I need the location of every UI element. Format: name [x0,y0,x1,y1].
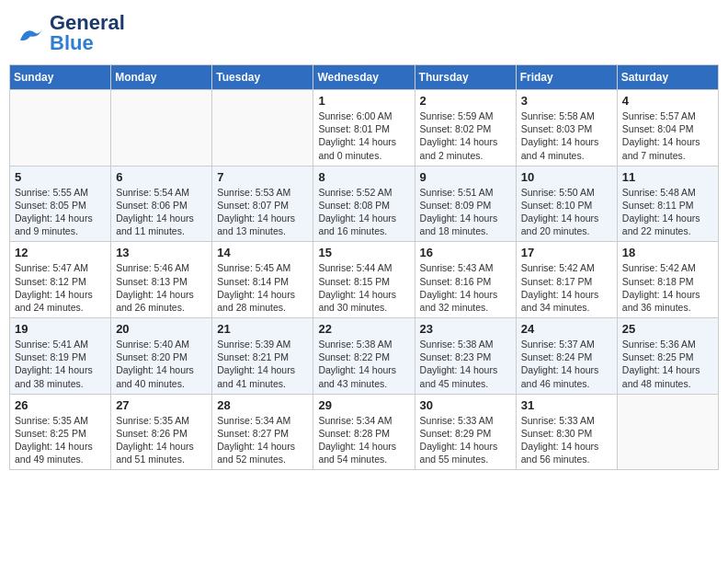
day-number: 3 [521,94,612,108]
calendar-cell: 9Sunrise: 5:51 AMSunset: 8:09 PMDaylight… [415,166,516,242]
calendar-cell: 28Sunrise: 5:34 AMSunset: 8:27 PMDayligh… [212,394,313,470]
day-number: 11 [622,170,713,184]
day-info: Sunrise: 5:59 AMSunset: 8:02 PMDaylight:… [420,109,511,162]
day-info: Sunrise: 6:00 AMSunset: 8:01 PMDaylight:… [318,109,409,162]
day-info: Sunrise: 5:33 AMSunset: 8:30 PMDaylight:… [521,414,612,466]
day-number: 7 [217,170,308,184]
calendar-cell: 29Sunrise: 5:34 AMSunset: 8:28 PMDayligh… [313,394,415,470]
day-info: Sunrise: 5:42 AMSunset: 8:18 PMDaylight:… [622,261,713,314]
calendar-cell: 5Sunrise: 5:55 AMSunset: 8:05 PMDaylight… [10,166,111,242]
day-number: 2 [420,94,511,108]
weekday-header-thursday: Thursday [415,65,516,90]
calendar-cell: 23Sunrise: 5:38 AMSunset: 8:23 PMDayligh… [415,318,516,395]
weekday-header-monday: Monday [111,65,212,90]
day-number: 20 [116,322,207,336]
day-number: 6 [116,170,207,184]
day-info: Sunrise: 5:52 AMSunset: 8:08 PMDaylight:… [318,186,409,238]
calendar-cell: 16Sunrise: 5:43 AMSunset: 8:16 PMDayligh… [415,242,516,318]
day-number: 5 [15,170,106,184]
day-info: Sunrise: 5:55 AMSunset: 8:05 PMDaylight:… [15,186,106,238]
day-info: Sunrise: 5:38 AMSunset: 8:22 PMDaylight:… [318,338,409,390]
day-number: 31 [521,398,612,412]
calendar-cell: 3Sunrise: 5:58 AMSunset: 8:03 PMDaylight… [516,90,617,167]
calendar-cell: 10Sunrise: 5:50 AMSunset: 8:10 PMDayligh… [516,166,617,242]
calendar-cell: 17Sunrise: 5:42 AMSunset: 8:17 PMDayligh… [516,242,617,318]
day-info: Sunrise: 5:34 AMSunset: 8:28 PMDaylight:… [318,414,409,466]
day-info: Sunrise: 5:44 AMSunset: 8:15 PMDaylight:… [318,261,409,314]
calendar-cell: 19Sunrise: 5:41 AMSunset: 8:19 PMDayligh… [10,318,111,395]
day-number: 21 [217,322,308,336]
calendar-cell: 18Sunrise: 5:42 AMSunset: 8:18 PMDayligh… [617,242,718,318]
day-number: 8 [318,170,409,184]
day-number: 19 [15,322,106,336]
weekday-header-sunday: Sunday [10,65,111,90]
logo-bird-icon [17,19,44,47]
calendar-cell: 11Sunrise: 5:48 AMSunset: 8:11 PMDayligh… [617,166,718,242]
calendar-cell: 15Sunrise: 5:44 AMSunset: 8:15 PMDayligh… [313,242,415,318]
calendar-week-row: 5Sunrise: 5:55 AMSunset: 8:05 PMDaylight… [10,166,719,242]
weekday-header-friday: Friday [516,65,617,90]
day-info: Sunrise: 5:58 AMSunset: 8:03 PMDaylight:… [521,109,612,162]
day-number: 15 [318,246,409,259]
day-number: 12 [15,246,106,259]
day-info: Sunrise: 5:46 AMSunset: 8:13 PMDaylight:… [116,261,207,314]
day-info: Sunrise: 5:40 AMSunset: 8:20 PMDaylight:… [116,338,207,390]
day-number: 24 [521,322,612,336]
day-info: Sunrise: 5:41 AMSunset: 8:19 PMDaylight:… [15,338,106,390]
day-number: 17 [521,246,612,259]
calendar-cell: 24Sunrise: 5:37 AMSunset: 8:24 PMDayligh… [516,318,617,395]
day-info: Sunrise: 5:43 AMSunset: 8:16 PMDaylight:… [420,261,511,314]
calendar-cell: 6Sunrise: 5:54 AMSunset: 8:06 PMDaylight… [111,166,212,242]
day-info: Sunrise: 5:39 AMSunset: 8:21 PMDaylight:… [217,338,308,390]
weekday-header-tuesday: Tuesday [212,65,313,90]
day-info: Sunrise: 5:36 AMSunset: 8:25 PMDaylight:… [622,338,713,390]
calendar-cell: 8Sunrise: 5:52 AMSunset: 8:08 PMDaylight… [313,166,415,242]
day-info: Sunrise: 5:50 AMSunset: 8:10 PMDaylight:… [521,186,612,238]
day-number: 9 [420,170,511,184]
calendar-cell: 4Sunrise: 5:57 AMSunset: 8:04 PMDaylight… [617,90,718,167]
day-info: Sunrise: 5:54 AMSunset: 8:06 PMDaylight:… [116,186,207,238]
day-info: Sunrise: 5:48 AMSunset: 8:11 PMDaylight:… [622,186,713,238]
day-info: Sunrise: 5:34 AMSunset: 8:27 PMDaylight:… [217,414,308,466]
day-number: 26 [15,398,106,412]
day-number: 18 [622,246,713,259]
day-number: 25 [622,322,713,336]
calendar-table: SundayMondayTuesdayWednesdayThursdayFrid… [9,64,719,470]
calendar-cell: 26Sunrise: 5:35 AMSunset: 8:25 PMDayligh… [10,394,111,470]
day-number: 27 [116,398,207,412]
day-number: 1 [318,94,409,108]
day-info: Sunrise: 5:38 AMSunset: 8:23 PMDaylight:… [420,338,511,390]
calendar-cell [111,90,212,167]
calendar-week-row: 1Sunrise: 6:00 AMSunset: 8:01 PMDaylight… [10,90,719,167]
day-info: Sunrise: 5:47 AMSunset: 8:12 PMDaylight:… [15,261,106,314]
calendar-cell: 22Sunrise: 5:38 AMSunset: 8:22 PMDayligh… [313,318,415,395]
weekday-header-row: SundayMondayTuesdayWednesdayThursdayFrid… [10,65,719,90]
calendar-cell [617,394,718,470]
calendar-cell: 27Sunrise: 5:35 AMSunset: 8:26 PMDayligh… [111,394,212,470]
calendar-week-row: 19Sunrise: 5:41 AMSunset: 8:19 PMDayligh… [10,318,719,395]
calendar-cell: 7Sunrise: 5:53 AMSunset: 8:07 PMDaylight… [212,166,313,242]
weekday-header-saturday: Saturday [617,65,718,90]
header: GeneralBlue [9,9,719,57]
calendar-cell: 31Sunrise: 5:33 AMSunset: 8:30 PMDayligh… [516,394,617,470]
calendar-cell: 21Sunrise: 5:39 AMSunset: 8:21 PMDayligh… [212,318,313,395]
day-info: Sunrise: 5:35 AMSunset: 8:26 PMDaylight:… [116,414,207,466]
calendar-week-row: 12Sunrise: 5:47 AMSunset: 8:12 PMDayligh… [10,242,719,318]
calendar-week-row: 26Sunrise: 5:35 AMSunset: 8:25 PMDayligh… [10,394,719,470]
day-info: Sunrise: 5:53 AMSunset: 8:07 PMDaylight:… [217,186,308,238]
day-info: Sunrise: 5:51 AMSunset: 8:09 PMDaylight:… [420,186,511,238]
calendar-cell: 2Sunrise: 5:59 AMSunset: 8:02 PMDaylight… [415,90,516,167]
day-info: Sunrise: 5:57 AMSunset: 8:04 PMDaylight:… [622,109,713,162]
calendar-cell: 1Sunrise: 6:00 AMSunset: 8:01 PMDaylight… [313,90,415,167]
day-info: Sunrise: 5:42 AMSunset: 8:17 PMDaylight:… [521,261,612,314]
calendar-cell [10,90,111,167]
day-number: 30 [420,398,511,412]
calendar-cell: 20Sunrise: 5:40 AMSunset: 8:20 PMDayligh… [111,318,212,395]
day-number: 22 [318,322,409,336]
day-number: 14 [217,246,308,259]
calendar-cell: 25Sunrise: 5:36 AMSunset: 8:25 PMDayligh… [617,318,718,395]
day-number: 13 [116,246,207,259]
day-number: 4 [622,94,713,108]
calendar-cell: 13Sunrise: 5:46 AMSunset: 8:13 PMDayligh… [111,242,212,318]
day-number: 16 [420,246,511,259]
